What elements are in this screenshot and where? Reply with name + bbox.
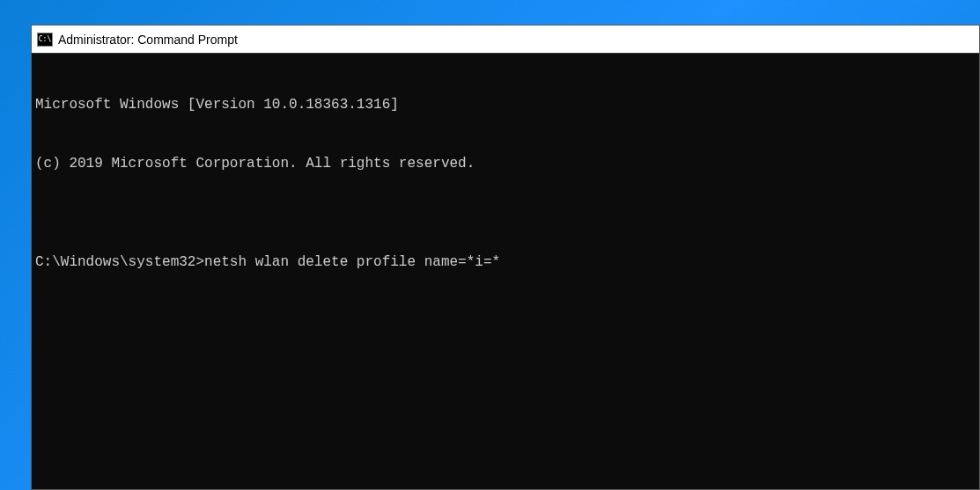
window-title: Administrator: Command Prompt	[58, 33, 238, 47]
cmd-icon	[37, 33, 53, 47]
terminal-prompt-line: C:\Windows\system32> netsh wlan delete p…	[35, 252, 976, 272]
terminal-area[interactable]: Microsoft Windows [Version 10.0.18363.13…	[32, 54, 979, 489]
terminal-header-line-1: Microsoft Windows [Version 10.0.18363.13…	[35, 95, 976, 114]
terminal-prompt: C:\Windows\system32>	[35, 252, 204, 272]
terminal-header-line-2: (c) 2019 Microsoft Corporation. All righ…	[35, 154, 976, 173]
command-prompt-window: Administrator: Command Prompt Microsoft …	[31, 25, 980, 490]
terminal-command[interactable]: netsh wlan delete profile name=*i=*	[204, 252, 500, 272]
titlebar[interactable]: Administrator: Command Prompt	[32, 26, 979, 54]
